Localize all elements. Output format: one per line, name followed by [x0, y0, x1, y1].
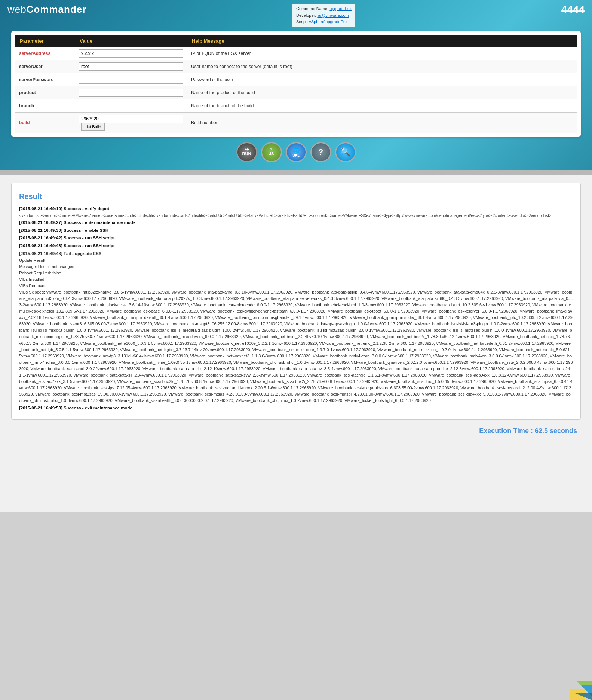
table-row: buildList BuildBuild number [15, 112, 577, 133]
js-icon-text: ✎ JS [269, 148, 274, 156]
bottom-section: Result [2015-08-21 16:49:10] Success - v… [0, 175, 592, 512]
param-value-cell[interactable]: List Build [75, 112, 187, 133]
param-container: Parameter Value Help Message serverAddre… [11, 31, 581, 137]
param-name-cell: serverUser [15, 60, 75, 73]
execution-time: Execution Time : 62.5 seconds [11, 427, 581, 435]
col-header-help: Help Message [187, 35, 577, 47]
param-value-cell[interactable] [75, 60, 187, 73]
result-line: VIBs Skipped: VMware_bootbank_mtip32xx-n… [19, 289, 573, 404]
param-value-cell[interactable] [75, 47, 187, 60]
logo-commander: Commander [27, 4, 87, 15]
developer-link[interactable]: liu@vmware.com [317, 13, 349, 18]
script-link[interactable]: vSphere\upgradeEsx [309, 19, 347, 24]
command-name-label: Command Name: [296, 6, 328, 11]
help-button[interactable]: ? [310, 142, 331, 162]
search-button[interactable]: 🔍 [335, 142, 356, 162]
param-input-serverPassword[interactable] [79, 76, 183, 84]
result-line: [2015-08-21 16:49:48] Success - run SSH … [19, 243, 573, 249]
param-table: Parameter Value Help Message serverAddre… [15, 35, 577, 133]
result-line: [2015-08-21 16:49:48] Fail - upgrade ESX [19, 251, 573, 257]
result-line: Update Result [19, 257, 573, 264]
param-help-cell: Build number [187, 112, 577, 133]
result-title: Result [19, 191, 573, 202]
result-content: [2015-08-21 16:49:10] Success - verify d… [19, 206, 573, 412]
result-line: [2015-08-21 16:49:42] Success - run SSH … [19, 235, 573, 242]
result-line: VIBs Installed: [19, 276, 573, 283]
deco-triangles [547, 663, 592, 700]
param-input-branch[interactable] [79, 102, 183, 110]
result-container: Result [2015-08-21 16:49:10] Success - v… [11, 183, 581, 420]
command-info-box: Command Name: upgradeEsx Developer: liu@… [292, 4, 355, 27]
developer-label: Developer: [296, 13, 316, 18]
run-icon-text: ▶▶ RUN [242, 148, 251, 156]
param-name-cell: branch [15, 99, 75, 112]
help-icon-text: ? [318, 147, 323, 157]
param-help-cell: IP or FQDN of the ESX server [187, 47, 577, 60]
command-name-row: Command Name: upgradeEsx [296, 6, 352, 12]
script-row: Script: vSphere\upgradeEsx [296, 19, 352, 25]
toolbar: ▶▶ RUN ✎ JS 🌐 URL ? 🔍 [7, 142, 585, 162]
param-name-cell: product [15, 86, 75, 99]
run-button[interactable]: ▶▶ RUN [236, 142, 257, 162]
param-help-cell: Password of the user [187, 73, 577, 86]
app-badge: 4444 [561, 4, 585, 16]
url-icon-text: 🌐 URL [292, 147, 300, 158]
separator [0, 170, 592, 175]
table-row: serverAddressIP or FQDN of the ESX serve… [15, 47, 577, 60]
result-line: [2015-08-21 16:49:10] Success - verify d… [19, 206, 573, 212]
result-line: [2015-08-21 16:49:27] Success - enter ma… [19, 219, 573, 226]
result-line: Message: Host is not changed. [19, 264, 573, 270]
result-line: <vendorList><vendor><name>VMware</name><… [19, 212, 573, 218]
result-line: Reboot Required: false [19, 270, 573, 276]
param-value-cell[interactable] [75, 73, 187, 86]
param-value-cell[interactable] [75, 99, 187, 112]
script-label: Script: [296, 19, 308, 24]
logo-web: web [7, 4, 27, 15]
table-row: serverUserUser name to connect to the se… [15, 60, 577, 73]
js-button[interactable]: ✎ JS [261, 142, 282, 162]
param-name-cell: build [15, 112, 75, 133]
top-section: webCommander Command Name: upgradeEsx De… [0, 0, 592, 170]
list-build-button[interactable]: List Build [81, 123, 105, 131]
command-name-link[interactable]: upgradeEsx [329, 6, 352, 11]
param-help-cell: Name of the product of the build [187, 86, 577, 99]
param-value-cell[interactable] [75, 86, 187, 99]
param-input-serverAddress[interactable] [79, 49, 183, 58]
col-header-parameter: Parameter [15, 35, 75, 47]
result-line: [2015-08-21 16:49:58] Success - exit mai… [19, 405, 573, 412]
header-bar: webCommander Command Name: upgradeEsx De… [7, 4, 585, 27]
developer-row: Developer: liu@vmware.com [296, 12, 352, 19]
table-row: serverPasswordPassword of the user [15, 73, 577, 86]
param-input-serverUser[interactable] [79, 62, 183, 71]
result-line: [2015-08-21 16:49:30] Success - enable S… [19, 227, 573, 234]
col-header-value: Value [75, 35, 187, 47]
param-name-cell: serverAddress [15, 47, 75, 60]
param-help-cell: Name of the branch of the build [187, 99, 577, 112]
search-icon-text: 🔍 [340, 147, 350, 157]
param-name-cell: serverPassword [15, 73, 75, 86]
param-help-cell: User name to connect to the server (defa… [187, 60, 577, 73]
url-button[interactable]: 🌐 URL [286, 142, 307, 162]
table-row: branchName of the branch of the build [15, 99, 577, 112]
table-row: productName of the product of the build [15, 86, 577, 99]
param-input-build[interactable] [79, 115, 183, 123]
result-line: VIBs Removed: [19, 283, 573, 289]
app-logo: webCommander [7, 4, 86, 15]
param-input-product[interactable] [79, 89, 183, 97]
